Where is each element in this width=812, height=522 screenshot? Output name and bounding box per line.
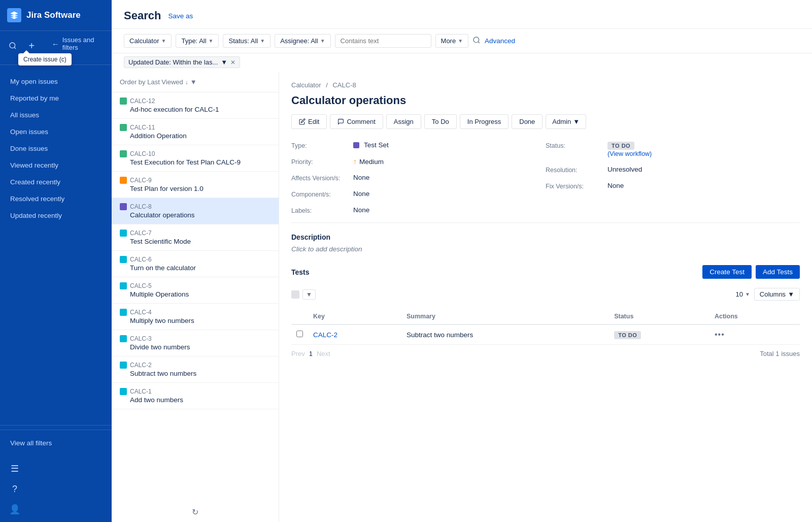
svg-line-3 [478, 42, 480, 43]
admin-button[interactable]: Admin ▼ [546, 114, 586, 129]
contains-text-input[interactable] [335, 34, 431, 48]
view-workflow-link[interactable]: (View workflow) [607, 150, 652, 157]
search-button[interactable] [7, 38, 19, 53]
next-page-button[interactable]: Next [317, 350, 330, 357]
sidebar-item-reported-by-me[interactable]: Reported by me [0, 90, 112, 107]
refresh-icon[interactable]: ↻ [192, 508, 198, 516]
issue-list-header: Order by Last Viewed ↓ ▼ [112, 72, 279, 92]
breadcrumb-project-link[interactable]: Calculator [291, 81, 321, 89]
columns-button[interactable]: Columns ▼ [754, 288, 800, 301]
sidebar-top-nav: + Create issue (c) ← Issues and filters [0, 31, 112, 60]
help-icon[interactable]: ? [7, 481, 22, 497]
tests-section: Tests Create Test Add Tests ▼ 10 ▼ [279, 259, 812, 369]
more-actions-icon[interactable]: ••• [715, 330, 725, 339]
back-nav-label: Issues and filters [62, 36, 97, 51]
create-test-button[interactable]: Create Test [702, 265, 752, 279]
sidebar-item-my-open-issues[interactable]: My open issues [0, 73, 112, 90]
chevron-down-icon: ▼ [458, 38, 463, 44]
sidebar-item-created-recently[interactable]: Created recently [0, 174, 112, 190]
sidebar: Jira Software + Create issue (c) ← Issue… [0, 0, 112, 522]
breadcrumb-separator: / [326, 81, 328, 89]
list-item[interactable]: CALC-11 Addition Operation [112, 119, 279, 145]
component-label: Component/s: [291, 190, 347, 198]
sidebar-item-all-issues[interactable]: All issues [0, 107, 112, 123]
status-filter-button[interactable]: Status: All ▼ [223, 34, 270, 48]
back-nav[interactable]: ← Issues and filters [45, 36, 105, 55]
list-item[interactable]: CALC-12 Ad-hoc execution for CALC-1 [112, 92, 279, 119]
active-filter-bar: Updated Date: Within the las... ▼ ✕ [112, 53, 812, 72]
assignee-filter-button[interactable]: Assignee: All ▼ [275, 34, 330, 48]
menu-icon[interactable]: ☰ [7, 461, 22, 476]
tests-table: Key Summary Status Actions CALC-2 [291, 309, 800, 345]
test-key-cell[interactable]: CALC-2 [308, 324, 401, 345]
status-field: Status: TO DO (View workflow) [546, 137, 800, 161]
add-tests-button[interactable]: Add Tests [756, 265, 800, 279]
status-badge: TO DO [614, 331, 641, 339]
per-page-selector[interactable]: 10 ▼ [735, 290, 750, 298]
issue-summary: Turn on the calculator [120, 264, 270, 272]
issue-type-icon [120, 203, 127, 210]
comment-button[interactable]: Comment [330, 114, 383, 129]
col-status: Status [609, 309, 709, 324]
test-summary-cell: Subtract two numbers [401, 324, 609, 345]
in-progress-button[interactable]: In Progress [460, 114, 509, 129]
assign-button[interactable]: Assign [386, 114, 421, 129]
issue-key: CALC-1 [130, 388, 152, 395]
page-title: Search [124, 9, 161, 22]
issue-key: CALC-12 [130, 97, 155, 105]
profile-icon[interactable]: 👤 [7, 502, 22, 517]
edit-button[interactable]: Edit [291, 114, 327, 129]
description-section: Description Click to add description [279, 227, 812, 259]
order-by-selector[interactable]: Order by Last Viewed ↓ ▼ [120, 78, 270, 86]
issue-type-icon [120, 124, 127, 131]
list-item[interactable]: CALC-7 Test Scientific Mode [112, 224, 279, 251]
close-filter-icon[interactable]: ✕ [230, 59, 235, 66]
more-filter-button[interactable]: More ▼ [435, 34, 469, 48]
list-item[interactable]: CALC-10 Test Execution for Test Plan CAL… [112, 145, 279, 172]
done-button[interactable]: Done [512, 114, 543, 129]
total-issues-count: Total 1 issues [760, 350, 800, 357]
advanced-button[interactable]: Advanced [485, 37, 515, 45]
row-checkbox[interactable] [296, 331, 303, 337]
chevron-down-icon[interactable]: ▼ [221, 58, 227, 66]
issue-list-panel: Order by Last Viewed ↓ ▼ CALC-12 Ad-hoc … [112, 72, 279, 522]
type-filter-button[interactable]: Type: All ▼ [176, 34, 219, 48]
to-do-button[interactable]: To Do [424, 114, 457, 129]
tests-controls-right: 10 ▼ Columns ▼ [735, 288, 800, 301]
main-content: Search Save as Calculator ▼ Type: All ▼ … [112, 0, 812, 522]
sidebar-footer: View all filters [0, 430, 112, 456]
priority-value: ↑ Medium [353, 157, 384, 166]
list-item[interactable]: CALC-1 Add two numbers [112, 383, 279, 409]
list-item[interactable]: CALC-8 Calculator operations [112, 198, 279, 224]
col-actions: Actions [709, 309, 800, 324]
list-item[interactable]: CALC-2 Subtract two numbers [112, 356, 279, 383]
sidebar-item-done-issues[interactable]: Done issues [0, 140, 112, 157]
list-item[interactable]: CALC-5 Multiple Operations [112, 277, 279, 304]
select-dropdown-button[interactable]: ▼ [302, 289, 316, 300]
project-filter-button[interactable]: Calculator ▼ [124, 34, 172, 48]
list-item[interactable]: CALC-6 Turn on the calculator [112, 251, 279, 277]
issue-key: CALC-5 [130, 282, 152, 289]
sidebar-item-viewed-recently[interactable]: Viewed recently [0, 157, 112, 174]
description-placeholder[interactable]: Click to add description [291, 245, 800, 253]
select-all-checkbox[interactable] [291, 290, 299, 299]
status-field-value: TO DO (View workflow) [607, 141, 652, 157]
separator-1 [291, 222, 800, 223]
sidebar-item-open-issues[interactable]: Open issues [0, 123, 112, 140]
issue-key: CALC-8 [130, 203, 152, 210]
list-item[interactable]: CALC-9 Test Plan for version 1.0 [112, 172, 279, 198]
issue-list: CALC-12 Ad-hoc execution for CALC-1 CALC… [112, 92, 279, 502]
prev-page-button[interactable]: Prev [291, 350, 305, 357]
filter-search-button[interactable] [472, 36, 481, 46]
issue-type-icon [120, 388, 127, 395]
view-all-filters-link[interactable]: View all filters [7, 437, 105, 449]
tests-header: Tests Create Test Add Tests [291, 265, 800, 279]
list-item[interactable]: CALC-3 Divide two numbers [112, 330, 279, 356]
tests-controls: ▼ 10 ▼ Columns ▼ [291, 285, 800, 304]
list-item[interactable]: CALC-4 Multiply two numbers [112, 304, 279, 330]
sidebar-item-updated-recently[interactable]: Updated recently [0, 207, 112, 224]
issue-type-icon [120, 335, 127, 342]
sidebar-item-resolved-recently[interactable]: Resolved recently [0, 190, 112, 207]
test-actions-cell[interactable]: ••• [709, 324, 800, 345]
save-as-button[interactable]: Save as [168, 12, 193, 20]
